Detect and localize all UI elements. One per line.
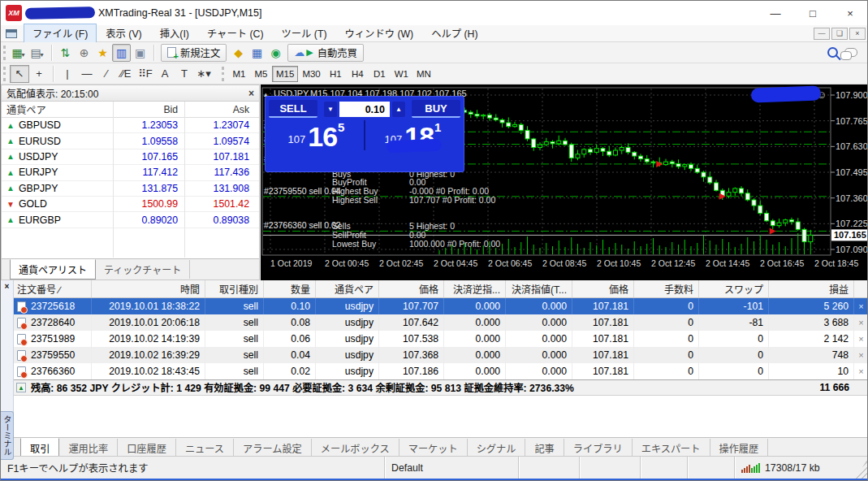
toolbar-grip[interactable] [3,46,6,60]
new-order-button[interactable]: + 新規注文 [161,44,227,62]
fibonacci-tool-button[interactable]: ⠿F [136,65,155,83]
sell-price[interactable]: 107 16 5 [269,120,365,150]
market-watch-toggle[interactable]: ▥ [112,44,131,62]
menu-tools[interactable]: ツール (T) [272,24,335,43]
equidistant-channel-tool-button[interactable]: ∕∕E [116,65,136,83]
svg-text:Highest Sell: Highest Sell [332,195,378,205]
auto-trading-label: 自動売買 [317,46,357,60]
market-watch-header: 通貨ペア Bid Ask [2,102,259,118]
sell-button[interactable]: SELL [269,100,317,118]
strategy-tester-button[interactable]: ◉ [266,44,285,62]
timeframe-d1-button[interactable]: D1 [369,66,391,82]
timeframe-h1-button[interactable]: H1 [325,66,347,82]
price-axis[interactable]: 107.900107.765107.630107.495107.360107.2… [831,90,868,254]
separator [153,45,154,61]
close-position-button[interactable]: × [854,331,868,347]
separator [51,45,52,61]
svg-text:2 Oct 14:45: 2 Oct 14:45 [706,258,749,268]
order-row-23759550[interactable]: 23759550 2019.10.02 16:39:29 sell 0.04 u… [14,347,868,363]
vertical-line-tool-button[interactable]: | [58,65,77,83]
menu-file[interactable]: ファイル (F) [24,24,97,43]
trend-arrow-icon: ▲ [6,121,15,130]
crosshair-target-button[interactable]: ⊕ [75,44,93,62]
menu-charts[interactable]: チャート (C) [198,24,273,43]
timeframe-h4-button[interactable]: H4 [347,66,369,82]
order-row-23751989[interactable]: 23751989 2019.10.02 14:19:39 sell 0.06 u… [14,331,868,347]
mt4-window: XM XMTrading-Real 31 - [USDJPY,M15] — □ … [0,0,868,481]
close-position-button[interactable]: × [854,347,868,363]
symbol-row-eurusd[interactable]: ▲EURUSD 1.09558 1.09574 [2,133,259,149]
label-tool-button[interactable]: T [175,65,194,83]
favorites-button[interactable]: ★ [93,44,112,62]
crosshair-tool-button[interactable]: + [29,65,49,83]
order-row-23728640[interactable]: 23728640 2019.10.01 20:06:18 sell 0.08 u… [14,314,868,331]
menu-view[interactable]: 表示 (V) [97,24,150,43]
menu-window[interactable]: ウィンドウ (W) [336,24,423,43]
order-row-23725618[interactable]: 23725618 2019.10.01 18:38:22 sell 0.10 u… [14,298,868,314]
auto-trading-toggle[interactable]: ☁ ▶ 自動売買 [287,44,364,62]
maximize-button[interactable]: □ [794,1,831,25]
chat-icon[interactable] [844,48,857,57]
timeframe-m15-button[interactable]: M15 [272,66,298,82]
new-chart-button[interactable]: ▦▾ [10,44,28,62]
tick-chart-button[interactable]: ⇅ [56,44,75,62]
arrows-tool-button[interactable]: ∗▾ [194,65,214,83]
toolbar-grip[interactable] [222,67,224,81]
svg-text:2 Oct 02:45: 2 Oct 02:45 [379,258,423,268]
chart-minimize-button[interactable]: — [814,28,830,40]
symbol-row-gold[interactable]: ▼GOLD 1500.99 1501.42 [2,197,259,212]
timeframe-m30-button[interactable]: M30 [298,66,324,82]
horizontal-line-tool-button[interactable]: — [77,65,97,83]
volume-up-button[interactable]: ▲ [392,102,405,117]
trendline-tool-button[interactable]: ∕ [97,65,116,83]
profiles-button[interactable]: ▤▾ [28,44,47,62]
volume-input[interactable]: 0.10 [339,102,390,117]
symbol-row-gbpusd[interactable]: ▲GBPUSD 1.23053 1.23074 [2,118,259,133]
svg-text:107.360: 107.360 [836,193,868,203]
svg-text:2 Oct 16:45: 2 Oct 16:45 [760,258,804,268]
order-icon [17,350,26,361]
menu-bar: ファイル (F)表示 (V)挿入(I)チャート (C)ツール (T)ウィンドウ … [1,25,868,42]
timeframe-mn-button[interactable]: MN [412,66,435,82]
close-icon[interactable]: × [1,280,13,291]
timeframe-m1-button[interactable]: M1 [228,66,250,82]
order-row-23766360[interactable]: 23766360 2019.10.02 18:43:45 sell 0.02 u… [14,363,868,379]
menu-insert[interactable]: 挿入(I) [151,24,198,43]
timeframe-m5-button[interactable]: M5 [250,66,272,82]
search-icon[interactable] [827,47,838,58]
time-axis[interactable]: 1 Oct 20192 Oct 00:452 Oct 02:452 Oct 04… [270,258,858,268]
resize-grip[interactable] [856,457,868,479]
symbol-row-usdjpy[interactable]: ▲USDJPY 107.165 107.181 [2,150,259,165]
order-icon [17,318,26,328]
text-tool-button[interactable]: A [155,65,175,83]
symbol-row-eurjpy[interactable]: ▲EURJPY 117.412 117.436 [2,165,259,180]
close-button[interactable]: × [831,1,868,25]
menu-help[interactable]: ヘルプ (H) [422,24,486,43]
buy-button[interactable]: BUY [412,100,460,118]
volume-down-button[interactable]: ▼ [324,102,337,117]
tab-tick-chart[interactable]: ティックチャート [96,260,190,279]
chart-restore-button[interactable]: ❏ [831,28,848,40]
timeframe-w1-button[interactable]: W1 [391,66,412,82]
terminal-icon[interactable]: ▦ [248,44,266,62]
chart-close-button[interactable]: × [849,28,866,40]
toolbar-grip[interactable] [3,67,6,81]
chart-window-icon[interactable] [6,29,17,38]
chart-window[interactable]: #23725618 sell 0.10#23728640 sell 0.08#2… [261,84,868,280]
close-position-button[interactable]: × [854,363,868,379]
symbol-row-eurgbp[interactable]: ▲EURGBP 0.89020 0.89038 [2,212,259,228]
close-position-button[interactable]: × [854,298,868,314]
order-icon [17,366,26,377]
status-profile[interactable]: Default [384,457,518,479]
data-window-button[interactable]: ▣ [131,44,149,62]
cursor-tool-button[interactable]: ↖ [10,65,29,83]
experts-icon[interactable]: ◆ [229,44,248,62]
svg-text:107.090: 107.090 [836,245,868,254]
svg-text:Lowest Buy: Lowest Buy [332,239,377,249]
symbol-row-gbpjpy[interactable]: ▲GBPJPY 131.875 131.908 [2,181,259,197]
close-position-button[interactable]: × [854,314,868,331]
minimize-button[interactable]: — [757,1,794,25]
close-icon[interactable]: × [248,88,254,99]
tab-symbol-list[interactable]: 通貨ペアリスト [10,259,96,280]
terminal-vertical-tab[interactable]: ターミナル [1,411,14,460]
